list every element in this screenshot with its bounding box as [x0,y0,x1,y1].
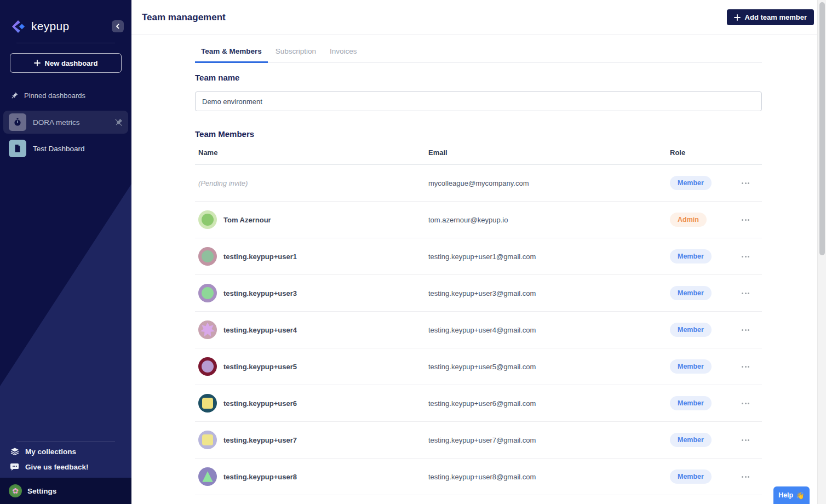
plus-icon [734,14,741,21]
role-cell: Admin [667,213,740,227]
app-screen: keypup New dashboard Pinned dashboards [0,0,826,504]
main-area: Team management Add team member Team & M… [131,0,817,504]
row-menu-button[interactable] [741,179,750,187]
role-badge: Member [670,249,712,264]
member-name: Tom Azernour [223,216,271,224]
name-cell: testing.keypup+user1 [195,247,425,266]
pinned-dashboards-header: Pinned dashboards [10,91,85,100]
role-badge: Member [670,323,712,337]
member-name: (Pending invite) [198,179,248,187]
column-header-name: Name [195,148,425,157]
app-logo-text: keypup [31,20,70,33]
role-badge: Member [670,286,712,300]
page-scrollbar [817,0,826,504]
name-cell: testing.keypup+user3 [195,284,425,302]
give-feedback-link[interactable]: Give us feedback! [10,460,89,473]
member-name: testing.keypup+user4 [223,326,297,334]
row-menu-button[interactable] [741,289,750,297]
member-avatar [198,320,217,339]
plus-icon [34,60,41,66]
unpin-icon[interactable] [114,118,123,127]
role-badge: Member [670,433,712,447]
member-name: testing.keypup+user3 [223,289,297,297]
avatar-face [202,471,214,483]
column-header-role: Role [667,148,740,157]
avatar-face [202,250,214,262]
wave-icon: 👋 [796,491,805,500]
member-email: tom.azernour@keypup.io [425,216,667,224]
page-header: Team management Add team member [131,0,817,35]
sidebar-item-dora-metrics[interactable]: DORA metrics [3,111,128,134]
name-cell: testing.keypup+user7 [195,431,425,449]
role-cell: Member [667,249,740,264]
row-menu-button[interactable] [741,363,750,371]
member-avatar [198,210,217,229]
scrollbar-thumb[interactable] [819,2,825,255]
my-collections-link[interactable]: My collections [10,445,76,458]
team-name-input[interactable] [195,91,762,111]
row-menu-button[interactable] [741,216,750,224]
table-row: (Pending invite) mycolleague@mycompany.c… [195,165,762,202]
table-row: testing.keypup+user5 testing.keypup+user… [195,348,762,385]
member-name: testing.keypup+user6 [223,399,297,408]
team-name-heading: Team name [195,73,762,82]
avatar-face [202,398,213,409]
sidebar-diagonal-decoration [0,0,131,504]
members-table: Name Email Role (Pending invite) mycolle… [195,141,762,504]
page-title: Team management [142,12,226,23]
new-dashboard-button[interactable]: New dashboard [10,53,122,73]
members-table-rows: (Pending invite) mycolleague@mycompany.c… [195,165,762,504]
member-email: testing.keypup+user6@gmail.com [425,399,667,408]
sidebar-item-test-dashboard[interactable]: Test Dashboard [3,137,128,160]
sidebar-item-label: DORA metrics [33,118,80,127]
row-menu-button[interactable] [741,399,750,408]
role-badge: Member [670,396,712,410]
sidebar-collapse-button[interactable] [112,20,124,32]
members-table-header: Name Email Role [195,141,762,165]
member-avatar [198,467,217,486]
user-avatar: ✿ [9,484,22,497]
member-avatar [198,394,217,413]
role-badge: Member [670,176,712,190]
content: Team name Team Members Name Email Role (… [195,73,762,504]
member-email: mycolleague@mycompany.com [425,179,667,187]
add-team-member-button[interactable]: Add team member [727,9,814,25]
table-row: Tom Azernour tom.azernour@keypup.io Admi… [195,202,762,238]
avatar-face [202,214,214,226]
table-row: testing.keypup+user8 testing.keypup+user… [195,459,762,495]
pin-icon [10,92,18,100]
sidebar: keypup New dashboard Pinned dashboards [0,0,131,504]
logo-row: keypup [9,16,124,36]
role-cell: Member [667,469,740,484]
tab-team-and-members[interactable]: Team & Members [195,44,268,63]
role-badge: Admin [670,213,707,227]
member-email: testing.keypup+user7@gmail.com [425,436,667,444]
help-button[interactable]: Help👋 [773,486,810,504]
role-badge: Member [670,469,712,484]
settings-button[interactable]: ✿ Settings [0,478,131,504]
column-header-email: Email [425,148,667,157]
sidebar-divider-top [16,43,115,43]
row-menu-button[interactable] [741,253,750,261]
sidebar-divider-bottom [16,442,115,442]
tab-subscription[interactable]: Subscription [269,44,322,63]
name-cell: (Pending invite) [195,179,425,187]
name-cell: Tom Azernour [195,210,425,229]
table-row: testing.keypup+user4 testing.keypup+user… [195,312,762,348]
member-name: testing.keypup+user5 [223,363,297,371]
row-menu-button[interactable] [741,473,750,481]
avatar-face [202,434,213,445]
name-cell: testing.keypup+user4 [195,320,425,339]
table-row: testing.keypup+user6 testing.keypup+user… [195,385,762,422]
role-cell: Member [667,323,740,337]
member-name: testing.keypup+user8 [223,473,297,481]
member-email: testing.keypup+user5@gmail.com [425,363,667,371]
role-cell: Member [667,396,740,410]
tab-invoices[interactable]: Invoices [324,44,363,63]
member-avatar [198,357,217,376]
stopwatch-icon [9,113,26,131]
avatar-face [200,323,215,337]
row-menu-button[interactable] [741,326,750,334]
table-row: testing.keypup+user1 testing.keypup+user… [195,238,762,275]
row-menu-button[interactable] [741,436,750,444]
